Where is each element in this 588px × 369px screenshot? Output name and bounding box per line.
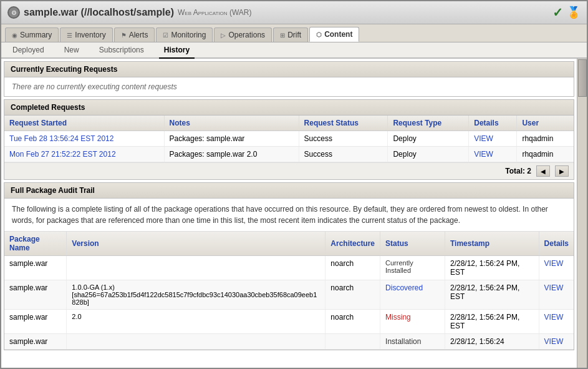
tab-alerts[interactable]: ⚑ Alerts bbox=[114, 27, 155, 42]
title-icons: ✓ 🏅 bbox=[552, 5, 581, 20]
audit-version-3 bbox=[67, 334, 325, 350]
no-requests-text: There are no currently executing content… bbox=[4, 77, 574, 96]
notes-2: Packages: sample.war 2.0 bbox=[164, 147, 299, 162]
inventory-icon: ☰ bbox=[67, 32, 72, 39]
completed-requests-table: Request Started Notes Request Status Req… bbox=[4, 116, 574, 162]
request-started-2[interactable]: Mon Feb 27 21:52:22 EST 2012 bbox=[4, 147, 164, 162]
tab-content[interactable]: ⬡ Content bbox=[309, 27, 359, 42]
audit-status-1: Discovered bbox=[380, 280, 445, 310]
app-title: sample.war (//localhost/sample) bbox=[24, 7, 174, 18]
audit-arch-3 bbox=[325, 334, 380, 350]
details-link-2[interactable]: VIEW bbox=[469, 147, 517, 162]
audit-version-1: 1.0.0-GA (1.x) [sha256=67a253b1f5d4f122d… bbox=[67, 280, 325, 310]
audit-arch-1: noarch bbox=[325, 280, 380, 310]
completed-requests-section: Completed Requests Request Started Notes… bbox=[4, 99, 574, 180]
title-left: ⚙ sample.war (//localhost/sample) Web Ap… bbox=[7, 6, 252, 19]
subtab-new[interactable]: New bbox=[59, 42, 84, 59]
audit-arch-2: noarch bbox=[325, 310, 380, 334]
audit-pkg-1: sample.war bbox=[4, 280, 67, 310]
drift-icon: ⊞ bbox=[280, 32, 285, 39]
summary-icon: ◉ bbox=[12, 32, 17, 39]
status-1: Success bbox=[299, 131, 388, 147]
audit-col-details[interactable]: Details bbox=[539, 232, 574, 256]
tab-summary[interactable]: ◉ Summary bbox=[5, 27, 59, 42]
audit-table: Package Name Version Architecture Status… bbox=[4, 232, 574, 350]
audit-col-package-name[interactable]: Package Name bbox=[4, 232, 67, 256]
col-user[interactable]: User bbox=[517, 116, 574, 131]
audit-trail-section: Full Package Audit Trail The following i… bbox=[4, 182, 574, 350]
audit-table-row: sample.warnoarchCurrently Installed2/28/… bbox=[4, 256, 574, 280]
currently-executing-section: Currently Executing Requests There are n… bbox=[4, 61, 574, 97]
audit-version-2: 2.0 bbox=[67, 310, 325, 334]
col-details[interactable]: Details bbox=[469, 116, 517, 131]
tab-bar: ◉ Summary ☰ Inventory ⚑ Alerts ☑ Monitor… bbox=[1, 24, 587, 42]
audit-table-row: sample.war2.0noarchMissing2/28/12, 1:56:… bbox=[4, 310, 574, 334]
audit-header-row: Package Name Version Architecture Status… bbox=[4, 232, 574, 256]
audit-version-0 bbox=[67, 256, 325, 280]
audit-col-architecture[interactable]: Architecture bbox=[325, 232, 380, 256]
audit-status-0: Currently Installed bbox=[380, 256, 445, 280]
col-request-type[interactable]: Request Type bbox=[388, 116, 469, 131]
main-content: Currently Executing Requests There are n… bbox=[1, 59, 577, 368]
subtab-subscriptions[interactable]: Subscriptions bbox=[94, 42, 149, 59]
tab-monitoring[interactable]: ☑ Monitoring bbox=[156, 27, 213, 42]
audit-description: The following is a complete listing of a… bbox=[4, 199, 574, 232]
next-page-button[interactable]: ▶ bbox=[555, 165, 569, 177]
audit-arch-0: noarch bbox=[325, 256, 380, 280]
app-icon: ⚙ bbox=[7, 6, 20, 19]
medal-icon: 🏅 bbox=[567, 6, 581, 19]
status-2: Success bbox=[299, 147, 388, 162]
col-request-started[interactable]: Request Started bbox=[4, 116, 164, 131]
currently-executing-header: Currently Executing Requests bbox=[4, 62, 574, 77]
type-1: Deploy bbox=[388, 131, 469, 147]
details-link-1[interactable]: VIEW bbox=[469, 131, 517, 147]
col-notes[interactable]: Notes bbox=[164, 116, 299, 131]
tab-operations[interactable]: ▷ Operations bbox=[214, 27, 272, 42]
alerts-icon: ⚑ bbox=[121, 32, 127, 39]
audit-pkg-3: sample.war bbox=[4, 334, 67, 350]
request-started-1[interactable]: Tue Feb 28 13:56:24 EST 2012 bbox=[4, 131, 164, 147]
total-label: Total: 2 bbox=[505, 167, 531, 175]
scrollbar-area: Currently Executing Requests There are n… bbox=[1, 59, 587, 368]
audit-table-row: sample.war1.0.0-GA (1.x) [sha256=67a253b… bbox=[4, 280, 574, 310]
subtab-bar: Deployed New Subscriptions History bbox=[1, 42, 587, 59]
prev-page-button[interactable]: ◀ bbox=[536, 165, 550, 177]
user-2: rhqadmin bbox=[517, 147, 574, 162]
audit-col-version[interactable]: Version bbox=[67, 232, 325, 256]
tab-drift[interactable]: ⊞ Drift bbox=[273, 27, 308, 42]
monitoring-icon: ☑ bbox=[163, 32, 168, 39]
audit-col-timestamp[interactable]: Timestamp bbox=[445, 232, 539, 256]
check-icon: ✓ bbox=[552, 5, 563, 20]
audit-details-2[interactable]: VIEW bbox=[539, 310, 574, 334]
audit-status-2: Missing bbox=[380, 310, 445, 334]
content-icon: ⬡ bbox=[316, 31, 322, 38]
audit-col-status[interactable]: Status bbox=[380, 232, 445, 256]
audit-timestamp-1: 2/28/12, 1:56:24 PM, EST bbox=[445, 280, 539, 310]
completed-requests-header: Completed Requests bbox=[4, 100, 574, 116]
audit-trail-header: Full Package Audit Trail bbox=[4, 183, 574, 199]
user-1: rhqadmin bbox=[517, 131, 574, 147]
col-request-status[interactable]: Request Status bbox=[299, 116, 388, 131]
subtab-deployed[interactable]: Deployed bbox=[7, 42, 49, 59]
audit-details-1[interactable]: VIEW bbox=[539, 280, 574, 310]
audit-table-row: sample.warInstallation2/28/12, 1:56:24VI… bbox=[4, 334, 574, 350]
subtab-history[interactable]: History bbox=[159, 42, 195, 59]
operations-icon: ▷ bbox=[221, 32, 226, 39]
audit-timestamp-2: 2/28/12, 1:56:24 PM, EST bbox=[445, 310, 539, 334]
audit-details-0[interactable]: VIEW bbox=[539, 256, 574, 280]
pagination-row: Total: 2 ◀ ▶ bbox=[4, 162, 574, 179]
completed-requests-header-row: Request Started Notes Request Status Req… bbox=[4, 116, 574, 131]
audit-pkg-2: sample.war bbox=[4, 310, 67, 334]
notes-1: Packages: sample.war bbox=[164, 131, 299, 147]
audit-pkg-0: sample.war bbox=[4, 256, 67, 280]
title-bar: ⚙ sample.war (//localhost/sample) Web Ap… bbox=[1, 1, 587, 24]
audit-timestamp-3: 2/28/12, 1:56:24 bbox=[445, 334, 539, 350]
scrollbar-thumb[interactable] bbox=[578, 59, 587, 97]
audit-details-3[interactable]: VIEW bbox=[539, 334, 574, 350]
table-row: Tue Feb 28 13:56:24 EST 2012 Packages: s… bbox=[4, 131, 574, 147]
audit-timestamp-0: 2/28/12, 1:56:24 PM, EST bbox=[445, 256, 539, 280]
table-row: Mon Feb 27 21:52:22 EST 2012 Packages: s… bbox=[4, 147, 574, 162]
app-subtitle: Web Application (WAR) bbox=[178, 8, 252, 17]
tab-inventory[interactable]: ☰ Inventory bbox=[60, 27, 112, 42]
audit-status-3: Installation bbox=[380, 334, 445, 350]
